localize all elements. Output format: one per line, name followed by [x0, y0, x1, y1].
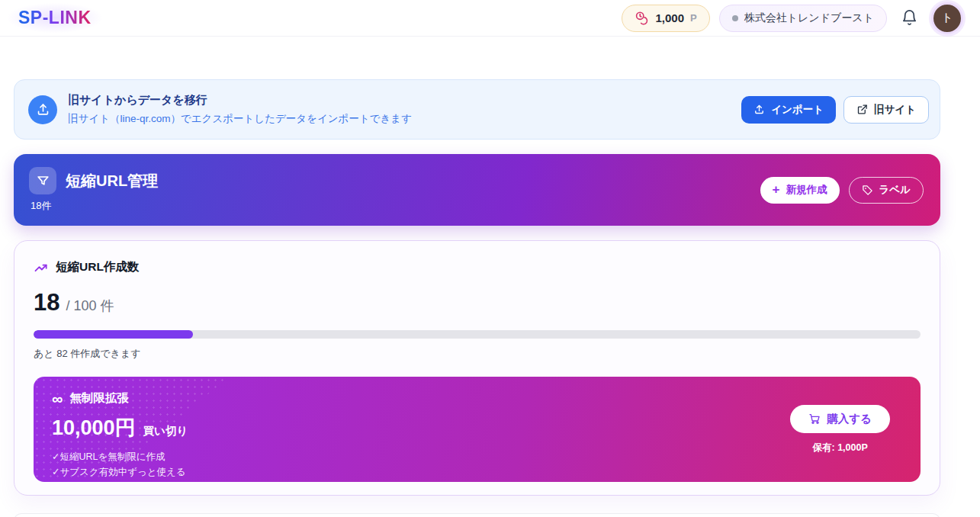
url-count: 18件 — [29, 199, 158, 213]
points-balance: 保有: 1,000P — [813, 442, 868, 454]
points-unit: P — [690, 12, 697, 24]
label-button[interactable]: ラベル — [849, 177, 924, 204]
buy-button-label: 購入する — [827, 412, 872, 426]
check-icon: ✓ — [52, 467, 59, 477]
upsell-feature-text: 短縮URLを無制限に作成 — [59, 451, 165, 462]
url-manager-hero: 短縮URL管理 18件 + 新規作成 ラベル — [14, 154, 940, 226]
usage-progress-bar — [34, 330, 921, 339]
banner-actions: インポート 旧サイト — [741, 96, 929, 124]
old-site-button-label: 旧サイト — [874, 103, 916, 117]
unlimited-upsell-card: ∞ 無制限拡張 10,000円 買い切り ✓短縮URLを無制限に作成 ✓サブスク… — [34, 377, 921, 482]
points-value: 1,000 — [655, 11, 684, 24]
create-new-button-label: 新規作成 — [786, 183, 827, 197]
upload-icon — [36, 102, 50, 117]
upload-icon-circle — [28, 95, 57, 124]
old-site-button[interactable]: 旧サイト — [843, 96, 929, 124]
status-dot-icon — [732, 15, 738, 21]
label-button-label: ラベル — [879, 183, 911, 197]
upsell-feature: ✓サブスク有効中ずっと使える — [52, 466, 188, 479]
app-logo-text: SP-LINK — [18, 8, 92, 27]
next-card-peek — [14, 513, 940, 517]
promo-left: ∞ 無制限拡張 10,000円 買い切り ✓短縮URLを無制限に作成 ✓サブスク… — [52, 390, 188, 468]
migration-banner: 旧サイトからデータを移行 旧サイト（line-qr.com）でエクスポートしたデ… — [14, 79, 940, 140]
app-header: SP-LINK 1,000 P 株式会社トレンドブースト ト — [0, 0, 980, 37]
usage-limit: / 100 件 — [66, 297, 114, 315]
notification-bell-button[interactable] — [896, 5, 922, 31]
company-name: 株式会社トレンドブースト — [744, 11, 874, 25]
upsell-feature: ✓短縮URLを無制限に作成 — [52, 451, 188, 464]
upload-icon — [753, 104, 765, 115]
promo-right: 購入する 保有: 1,000P — [790, 390, 902, 468]
trending-up-icon — [34, 260, 49, 275]
banner-texts: 旧サイトからデータを移行 旧サイト（line-qr.com）でエクスポートしたデ… — [68, 93, 731, 126]
bell-icon — [901, 9, 918, 27]
banner-description: 旧サイト（line-qr.com）でエクスポートしたデータをインポートできます — [68, 112, 731, 126]
create-new-button[interactable]: + 新規作成 — [760, 177, 840, 204]
upsell-price: 10,000円 — [52, 414, 136, 442]
import-button[interactable]: インポート — [741, 96, 836, 124]
filter-icon-chip — [29, 167, 56, 194]
external-link-icon — [856, 104, 868, 115]
company-badge[interactable]: 株式会社トレンドブースト — [719, 5, 887, 32]
usage-title: 短縮URL作成数 — [56, 259, 139, 275]
filter-icon — [36, 174, 50, 188]
app-logo[interactable]: SP-LINK — [8, 3, 102, 33]
usage-current-count: 18 — [34, 289, 59, 316]
progress-fill — [34, 330, 193, 339]
header-right: 1,000 P 株式会社トレンドブースト ト — [622, 2, 963, 34]
infinity-icon: ∞ — [52, 391, 63, 406]
points-badge[interactable]: 1,000 P — [622, 5, 709, 32]
banner-title: 旧サイトからデータを移行 — [68, 93, 731, 108]
hero-left: 短縮URL管理 18件 — [29, 167, 158, 213]
avatar-initial: ト — [941, 11, 953, 25]
import-button-label: インポート — [771, 103, 824, 117]
plus-icon: + — [773, 182, 780, 197]
usage-remaining-text: あと 82 件作成できます — [34, 347, 921, 361]
page-title: 短縮URL管理 — [66, 171, 158, 191]
cart-icon — [808, 413, 821, 425]
hero-actions: + 新規作成 ラベル — [760, 177, 924, 204]
upsell-price-note: 買い切り — [143, 424, 188, 438]
coins-icon — [635, 11, 649, 25]
usage-stats-card: 短縮URL作成数 18 / 100 件 あと 82 件作成できます ∞ 無制限拡… — [14, 240, 940, 496]
check-icon: ✓ — [52, 451, 59, 462]
upsell-feature-text: サブスク有効中ずっと使える — [59, 467, 185, 477]
buy-button[interactable]: 購入する — [790, 405, 890, 433]
upsell-title: 無制限拡張 — [69, 390, 129, 406]
user-avatar[interactable]: ト — [931, 2, 963, 34]
main-content: 旧サイトからデータを移行 旧サイト（line-qr.com）でエクスポートしたデ… — [14, 79, 940, 517]
tag-icon — [862, 185, 873, 196]
